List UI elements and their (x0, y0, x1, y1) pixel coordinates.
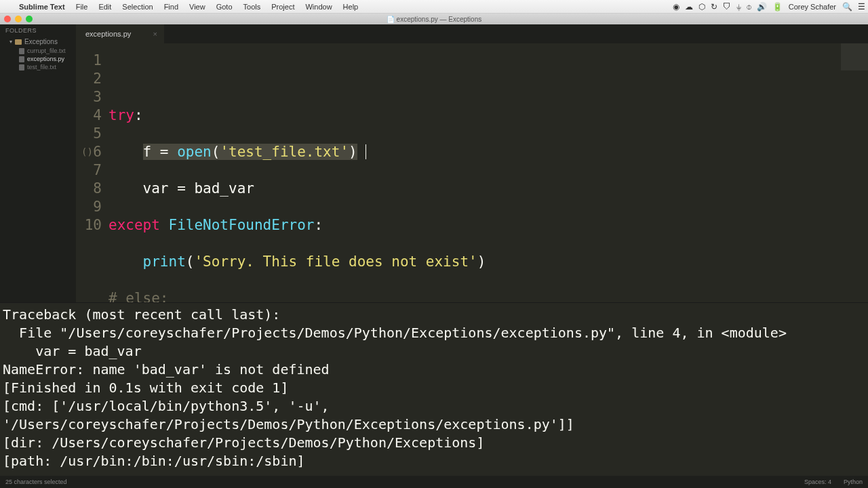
menu-tools[interactable]: Tools (238, 3, 267, 11)
menu-selection[interactable]: Selection (117, 3, 158, 11)
status-record-icon[interactable]: ◉ (670, 2, 682, 12)
status-volume-icon[interactable]: 🔊 (754, 2, 770, 12)
close-window-button[interactable] (4, 16, 11, 22)
status-username[interactable]: Corey Schafer (785, 3, 840, 11)
status-spaces[interactable]: Spaces: 4 (804, 479, 831, 485)
status-dropbox-icon[interactable]: ⬡ (696, 2, 708, 12)
file-label: exceptions.py (27, 56, 64, 62)
app-name[interactable]: Sublime Text (14, 3, 71, 11)
file-icon (19, 64, 24, 70)
menu-project[interactable]: Project (266, 3, 300, 11)
status-sync-icon[interactable]: ↻ (708, 2, 720, 12)
tab-active[interactable]: exceptions.py × (76, 24, 164, 43)
output-line: var = bad_var (3, 342, 865, 361)
menu-window[interactable]: Window (300, 3, 337, 11)
code-line-2: try: (108, 106, 868, 125)
folder-icon (15, 39, 22, 45)
chevron-down-icon: ▾ (9, 39, 12, 45)
status-search-icon[interactable]: 🔍 (840, 2, 855, 12)
sidebar-header: FOLDERS (0, 24, 76, 37)
menu-find[interactable]: Find (159, 3, 184, 11)
code-line-5: except FileNotFoundError: (108, 216, 868, 235)
menu-file[interactable]: File (71, 3, 94, 11)
code-line-3: () f = open('test_file.txt') (108, 143, 868, 161)
output-line: File "/Users/coreyschafer/Projects/Demos… (3, 324, 865, 342)
status-language[interactable]: Python (844, 479, 863, 485)
tab-bar: exceptions.py × (76, 24, 868, 43)
menu-help[interactable]: Help (338, 3, 364, 11)
folder-label: Exceptions (24, 38, 58, 45)
build-output-panel[interactable]: Traceback (most recent call last): File … (0, 302, 868, 476)
close-icon[interactable]: × (153, 30, 157, 38)
output-line: [cmd: ['/usr/local/bin/python3.5', '-u',… (3, 397, 865, 434)
menu-view[interactable]: View (184, 3, 211, 11)
status-menu-icon[interactable]: ☰ (855, 2, 868, 12)
sidebar-file-0[interactable]: currupt_file.txt (0, 47, 76, 55)
status-selection: 25 characters selected (5, 479, 67, 485)
output-line: Traceback (most recent call last): (3, 306, 865, 324)
status-wifi-icon[interactable]: ⏚ (734, 2, 744, 12)
tab-label: exceptions.py (85, 30, 131, 38)
code-line-4: var = bad_var (108, 180, 868, 198)
maximize-window-button[interactable] (26, 16, 33, 22)
output-line: NameError: name 'bad_var' is not defined (3, 361, 865, 379)
status-bt-icon[interactable]: ⌽ (744, 2, 754, 12)
mac-menubar: Sublime Text File Edit Selection Find Vi… (0, 0, 868, 14)
file-icon (19, 56, 24, 62)
fold-icon[interactable]: () (81, 143, 93, 161)
window-title: 📄 exceptions.py — Exceptions (387, 16, 481, 23)
sidebar-folder-root[interactable]: ▾ Exceptions (0, 37, 76, 47)
window-titlebar: 📄 exceptions.py — Exceptions (0, 14, 868, 24)
code-line-6: print('Sorry. This file does not exist') (108, 253, 868, 271)
file-icon (19, 48, 24, 54)
sidebar-file-1[interactable]: exceptions.py (0, 55, 76, 63)
menu-edit[interactable]: Edit (93, 3, 117, 11)
minimap[interactable] (841, 43, 868, 70)
status-cloud-icon[interactable]: ☁ (682, 2, 696, 12)
traffic-lights (4, 16, 33, 22)
file-label: currupt_file.txt (27, 47, 66, 54)
status-shield-icon[interactable]: ⛉ (720, 2, 734, 12)
output-line: [path: /usr/bin:/bin:/usr/sbin:/sbin] (3, 452, 865, 470)
file-label: test_file.txt (27, 64, 56, 70)
statusbar: 25 characters selected Spaces: 4 Python (0, 476, 868, 488)
output-line: [dir: /Users/coreyschafer/Projects/Demos… (3, 434, 865, 452)
sidebar-file-2[interactable]: test_file.txt (0, 63, 76, 71)
menu-goto[interactable]: Goto (211, 3, 238, 11)
minimize-window-button[interactable] (15, 16, 22, 22)
output-line: [Finished in 0.1s with exit code 1] (3, 379, 865, 397)
code-line-1 (108, 70, 868, 88)
status-battery-icon[interactable]: 🔋 (770, 2, 785, 12)
